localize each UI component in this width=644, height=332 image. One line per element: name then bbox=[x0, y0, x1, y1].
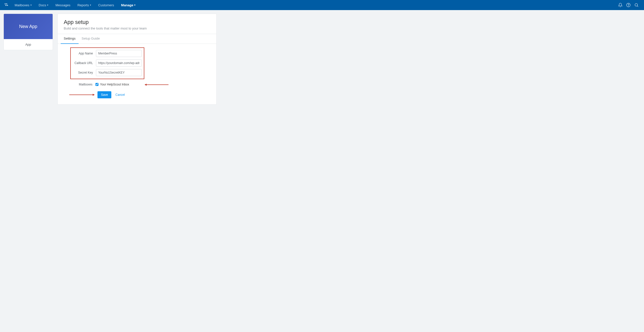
nav-messages-label: Messages bbox=[55, 3, 70, 7]
search-button[interactable] bbox=[632, 1, 640, 9]
app-card: New App App bbox=[4, 14, 53, 50]
chevron-down-icon: ▾ bbox=[134, 4, 135, 6]
nav-manage-label: Manage bbox=[121, 3, 133, 7]
tab-setup-guide-label: Setup Guide bbox=[82, 37, 100, 40]
save-button[interactable]: Save bbox=[97, 91, 111, 98]
nav-manage[interactable]: Manage▾ bbox=[118, 1, 139, 9]
panel-header: App setup Build and connect the tools th… bbox=[58, 14, 216, 34]
highlight-box: App Name Callback URL Secret Key bbox=[70, 47, 144, 79]
notifications-button[interactable] bbox=[616, 1, 624, 9]
secret-label: Secret Key bbox=[73, 71, 96, 74]
page-title: App setup bbox=[64, 19, 210, 25]
mailbox-option-label: Your HelpScout Inbox bbox=[100, 83, 129, 86]
app-card-row[interactable]: App bbox=[4, 39, 53, 50]
nav-reports[interactable]: Reports▾ bbox=[74, 1, 94, 9]
tab-setup-guide[interactable]: Setup Guide bbox=[79, 34, 103, 44]
row-callback: Callback URL bbox=[73, 59, 142, 67]
row-app-name: App Name bbox=[73, 50, 142, 57]
row-mailboxes: Mailboxes Your HelpScout Inbox bbox=[70, 83, 210, 86]
mailbox-checkbox[interactable] bbox=[95, 83, 98, 86]
tabs: Settings Setup Guide bbox=[58, 34, 216, 44]
secret-input[interactable] bbox=[96, 69, 142, 76]
nav-mailboxes-label: Mailboxes bbox=[15, 3, 29, 7]
svg-point-2 bbox=[635, 4, 638, 6]
help-button[interactable] bbox=[624, 1, 632, 9]
app-card-title: New App bbox=[19, 24, 37, 29]
app-name-input[interactable] bbox=[96, 50, 142, 57]
form-area: App Name Callback URL Secret Key Mailbox… bbox=[58, 44, 216, 104]
callback-input[interactable] bbox=[96, 59, 142, 67]
save-button-label: Save bbox=[101, 93, 108, 97]
app-name-label: App Name bbox=[73, 52, 96, 55]
button-row: Save Cancel bbox=[97, 91, 210, 98]
annotation-arrow-mailbox bbox=[145, 84, 168, 85]
helpscout-logo-icon[interactable] bbox=[4, 2, 9, 8]
cancel-link[interactable]: Cancel bbox=[115, 93, 125, 97]
annotation-arrow-save bbox=[69, 95, 94, 95]
row-secret: Secret Key bbox=[73, 69, 142, 76]
chevron-down-icon: ▾ bbox=[90, 4, 91, 6]
top-nav: Mailboxes▾ Docs▾ Messages Reports▾ Custo… bbox=[0, 0, 644, 10]
nav-items: Mailboxes▾ Docs▾ Messages Reports▾ Custo… bbox=[12, 1, 139, 9]
nav-messages[interactable]: Messages bbox=[52, 1, 73, 9]
callback-label: Callback URL bbox=[73, 61, 96, 65]
app-card-hero: New App bbox=[4, 14, 53, 39]
main-content: New App App App setup Build and connect … bbox=[0, 10, 644, 108]
search-icon bbox=[634, 3, 639, 7]
tab-settings[interactable]: Settings bbox=[61, 34, 79, 44]
chevron-down-icon: ▾ bbox=[47, 4, 48, 6]
settings-panel: App setup Build and connect the tools th… bbox=[57, 14, 217, 105]
cancel-link-label: Cancel bbox=[115, 93, 125, 97]
nav-mailboxes[interactable]: Mailboxes▾ bbox=[12, 1, 35, 9]
svg-point-1 bbox=[628, 6, 629, 6]
nav-docs[interactable]: Docs▾ bbox=[36, 1, 52, 9]
help-icon bbox=[626, 3, 631, 7]
app-card-row-label: App bbox=[25, 43, 31, 46]
svg-point-0 bbox=[627, 3, 630, 7]
mailboxes-label: Mailboxes bbox=[70, 83, 95, 86]
bell-icon bbox=[618, 3, 623, 7]
nav-reports-label: Reports bbox=[77, 3, 89, 7]
nav-customers[interactable]: Customers bbox=[95, 1, 117, 9]
svg-line-3 bbox=[637, 6, 638, 7]
tab-settings-label: Settings bbox=[64, 37, 76, 40]
nav-customers-label: Customers bbox=[98, 3, 114, 7]
chevron-down-icon: ▾ bbox=[30, 4, 32, 6]
nav-docs-label: Docs bbox=[39, 3, 46, 7]
page-subtitle: Build and connect the tools that matter … bbox=[64, 26, 210, 30]
